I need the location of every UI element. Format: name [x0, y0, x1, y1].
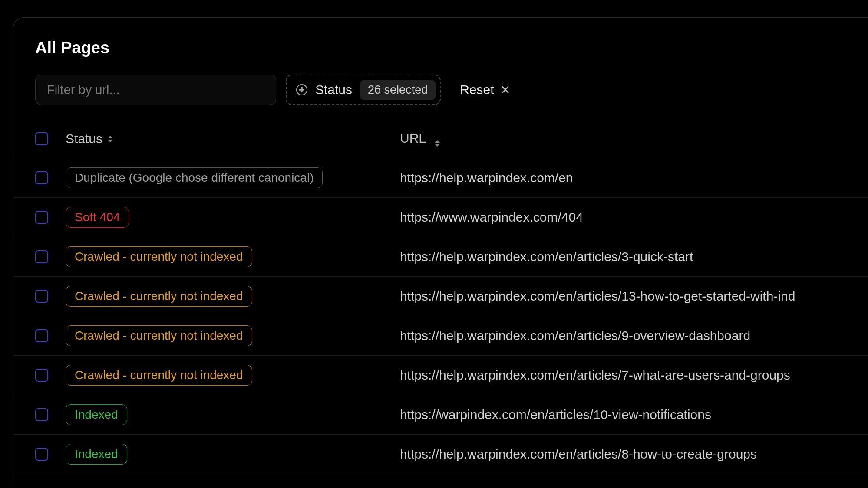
status-filter-button[interactable]: Status 26 selected	[286, 75, 441, 105]
row-status-cell: Crawled - currently not indexed	[66, 365, 400, 386]
row-status-cell: Duplicate (Google chose different canoni…	[66, 167, 400, 188]
reset-label: Reset	[460, 82, 494, 97]
close-icon: ✕	[500, 83, 510, 97]
column-header-status[interactable]: Status	[66, 131, 400, 146]
status-filter-label: Status	[315, 82, 352, 97]
row-url-cell: https://help.warpindex.com/en/articles/7…	[400, 368, 846, 383]
table-row: Crawled - currently not indexedhttps://h…	[13, 237, 868, 277]
row-status-cell: Soft 404	[66, 207, 400, 228]
row-status-cell: Indexed	[66, 444, 400, 465]
table-row: Crawled - currently not indexedhttps://h…	[13, 356, 868, 395]
page-title: All Pages	[13, 39, 868, 57]
row-url-cell: https://help.warpindex.com/en/articles/9…	[400, 328, 846, 343]
status-badge: Crawled - currently not indexed	[66, 286, 252, 307]
row-url-cell: https://help.warpindex.com/en/articles/3…	[400, 249, 846, 264]
row-url-cell: https://warpindex.com/en/articles/10-vie…	[400, 407, 846, 422]
toolbar: Status 26 selected Reset ✕	[13, 75, 868, 105]
row-checkbox[interactable]	[35, 211, 48, 224]
status-selected-count: 26 selected	[360, 80, 436, 100]
reset-button[interactable]: Reset ✕	[450, 82, 510, 97]
filter-url-input[interactable]	[35, 75, 276, 105]
table-row: Crawled - currently not indexedhttps://h…	[13, 277, 868, 316]
status-badge: Crawled - currently not indexed	[66, 246, 252, 267]
row-status-cell: Crawled - currently not indexed	[66, 325, 400, 346]
row-checkbox[interactable]	[35, 171, 48, 184]
status-badge: Soft 404	[66, 207, 129, 228]
row-url-cell: https://help.warpindex.com/en/articles/1…	[400, 289, 846, 304]
status-badge: Indexed	[66, 404, 127, 425]
table-row: Duplicate (Google chose different canoni…	[13, 158, 868, 198]
select-all-checkbox[interactable]	[35, 132, 48, 145]
sort-icon	[435, 140, 440, 147]
row-checkbox[interactable]	[35, 290, 48, 303]
row-url-cell: https://help.warpindex.com/en	[400, 170, 846, 185]
row-status-cell: Indexed	[66, 404, 400, 425]
row-status-cell: Crawled - currently not indexed	[66, 286, 400, 307]
row-url-cell: https://help.warpindex.com/en/articles/8…	[400, 447, 846, 462]
status-badge: Indexed	[66, 444, 127, 465]
status-badge: Crawled - currently not indexed	[66, 365, 252, 386]
row-checkbox[interactable]	[35, 250, 48, 263]
status-badge: Crawled - currently not indexed	[66, 325, 252, 346]
row-checkbox[interactable]	[35, 408, 48, 421]
column-header-url[interactable]: URL	[400, 131, 846, 147]
row-status-cell: Crawled - currently not indexed	[66, 246, 400, 267]
row-checkbox[interactable]	[35, 329, 48, 342]
row-url-cell: https://www.warpindex.com/404	[400, 210, 846, 225]
sort-icon	[108, 136, 113, 142]
table-row: Soft 404https://www.warpindex.com/404	[13, 198, 868, 237]
table-row: Indexedhttps://help.warpindex.com/en/art…	[13, 435, 868, 474]
pages-table: Status URL Duplicate (Google chose diffe…	[13, 123, 868, 474]
status-badge: Duplicate (Google chose different canoni…	[66, 167, 323, 188]
plus-circle-icon	[296, 84, 307, 95]
row-checkbox[interactable]	[35, 369, 48, 382]
row-checkbox[interactable]	[35, 448, 48, 461]
table-header: Status URL	[13, 123, 868, 158]
pages-panel: All Pages Status 26 selected Reset ✕ Sta…	[13, 17, 868, 488]
table-row: Crawled - currently not indexedhttps://h…	[13, 316, 868, 356]
table-row: Indexedhttps://warpindex.com/en/articles…	[13, 395, 868, 435]
